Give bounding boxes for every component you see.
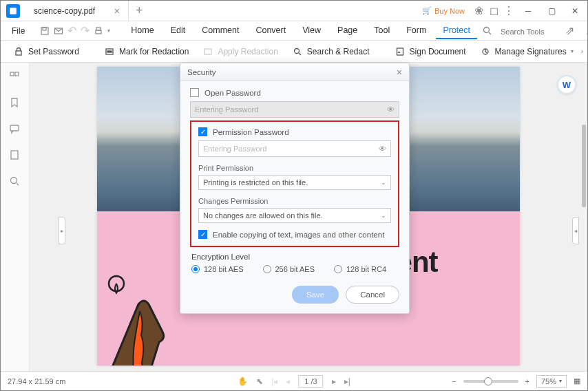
dialog-close-icon[interactable]: ×	[397, 67, 402, 78]
print-icon[interactable]	[94, 24, 103, 38]
redact-mark-icon	[104, 46, 115, 57]
mark-redaction-label: Mark for Redaction	[119, 47, 189, 56]
buy-now-button[interactable]: 🛒 Buy Now	[418, 6, 469, 15]
title-bar: science-copy.pdf × + 🛒 Buy Now ❀ ◻ ⋮ ─ ▢…	[1, 1, 587, 21]
thumbnails-icon[interactable]	[9, 71, 21, 83]
search-redact-label: Search & Redact	[307, 47, 370, 56]
zoom-thumb[interactable]	[484, 377, 492, 385]
search-redact-button[interactable]: Search & Redact	[288, 43, 374, 60]
open-password-field: Entering Password 👁	[190, 101, 399, 118]
search-input[interactable]	[501, 28, 556, 36]
menu-view[interactable]: View	[295, 23, 328, 39]
menu-home[interactable]: Home	[124, 23, 160, 39]
menu-form[interactable]: Form	[399, 23, 433, 39]
radio-128-aes[interactable]: 128 bit AES	[191, 265, 244, 273]
notification-icon[interactable]: ◻	[488, 6, 499, 17]
fit-page-icon[interactable]: ▦	[574, 377, 580, 385]
bookmark-icon[interactable]	[9, 97, 21, 109]
svg-rect-9	[107, 51, 112, 52]
zoom-out-icon[interactable]: −	[452, 377, 456, 385]
manage-signatures-button[interactable]: Manage Signatures ▾	[476, 43, 578, 60]
print-permission-value: Printing is restricted on this file.	[203, 178, 308, 187]
mail-icon[interactable]	[54, 24, 63, 38]
svg-rect-0	[10, 8, 17, 14]
gift-icon[interactable]: ❀	[473, 6, 484, 17]
first-page-icon[interactable]: |◂	[271, 377, 277, 386]
expand-left-panel[interactable]: ▸	[59, 217, 65, 244]
page-dimensions: 27.94 x 21.59 cm	[8, 377, 65, 385]
last-page-icon[interactable]: ▸|	[344, 377, 350, 386]
eye-icon[interactable]: 👁	[379, 145, 386, 153]
print-permission-select[interactable]: Printing is restricted on this file. ⌄	[198, 175, 391, 190]
radio-128-rc4[interactable]: 128 bit RC4	[334, 265, 386, 273]
prev-page-icon[interactable]: ◂	[286, 377, 290, 386]
search-tools[interactable]	[501, 25, 556, 37]
svg-rect-15	[10, 72, 14, 76]
redact-apply-icon	[202, 46, 213, 57]
enable-copy-checkbox[interactable]: ✓	[198, 230, 207, 239]
zoom-slider[interactable]	[463, 380, 518, 383]
apply-redaction-button[interactable]: Apply Redaction	[198, 43, 282, 60]
chevron-down-icon: ⌄	[381, 179, 386, 186]
file-menu[interactable]: File	[6, 23, 30, 39]
permission-password-field[interactable]: Entering Password 👁	[198, 140, 391, 157]
menu-convert[interactable]: Convert	[249, 23, 293, 39]
radio-icon	[334, 265, 342, 273]
permission-password-label: Permission Password	[213, 128, 289, 136]
select-tool-icon[interactable]: ⬉	[256, 377, 263, 386]
svg-rect-10	[204, 49, 211, 54]
sign-document-button[interactable]: Sign Document	[390, 43, 470, 60]
set-password-button[interactable]: Set Password	[9, 43, 83, 60]
expand-right-panel[interactable]: ◂	[572, 217, 579, 244]
svg-rect-7	[16, 51, 21, 55]
close-window-button[interactable]: ✕	[565, 4, 585, 18]
changes-permission-select[interactable]: No changes are allowed on this file. ⌄	[198, 208, 391, 223]
search-icon[interactable]	[480, 24, 494, 38]
document-tab[interactable]: science-copy.pdf ×	[25, 1, 129, 21]
toolbar-overflow-icon[interactable]: ›	[581, 47, 583, 55]
menu-page[interactable]: Page	[330, 23, 364, 39]
svg-rect-17	[10, 125, 19, 131]
share-icon[interactable]: ⇗	[563, 24, 576, 38]
menu-comment[interactable]: Comment	[195, 23, 246, 39]
search-panel-icon[interactable]	[9, 176, 21, 188]
hand-tool-icon[interactable]: ✋	[238, 377, 248, 386]
signature-icon	[395, 46, 406, 57]
more-icon[interactable]: ⋮	[503, 6, 514, 17]
app-icon	[6, 4, 20, 18]
menu-edit[interactable]: Edit	[164, 23, 193, 39]
cloud-icon[interactable]: ☁	[585, 24, 588, 38]
convert-to-word-button[interactable]: W	[557, 75, 576, 94]
permission-password-checkbox[interactable]: ✓	[198, 127, 207, 136]
open-password-checkbox[interactable]	[190, 88, 199, 97]
close-tab-icon[interactable]: ×	[114, 6, 120, 17]
save-icon[interactable]	[40, 24, 50, 38]
cancel-button[interactable]: Cancel	[346, 286, 399, 304]
svg-rect-12	[397, 48, 403, 55]
maximize-button[interactable]: ▢	[542, 4, 561, 18]
undo-icon[interactable]: ↶	[67, 24, 76, 38]
zoom-value-select[interactable]: 75%▾	[536, 375, 567, 388]
comment-icon[interactable]	[9, 123, 21, 136]
status-bar: 27.94 x 21.59 cm ✋ ⬉ |◂ ◂ 1 /3 ▸ ▸| − + …	[1, 371, 587, 390]
mark-redaction-button[interactable]: Mark for Redaction	[100, 43, 193, 60]
minimize-button[interactable]: ─	[518, 4, 538, 18]
next-page-icon[interactable]: ▸	[332, 377, 336, 386]
search-redact-icon	[292, 46, 303, 57]
radio-256-aes[interactable]: 256 bit AES	[263, 265, 315, 273]
dialog-header[interactable]: Security ×	[180, 63, 409, 81]
save-button[interactable]: Save	[292, 286, 339, 304]
protect-toolbar: Set Password Mark for Redaction Apply Re…	[1, 41, 587, 63]
zoom-in-icon[interactable]: +	[525, 377, 529, 385]
changes-permission-value: No changes are allowed on this file.	[203, 211, 323, 220]
page-number-input[interactable]: 1 /3	[298, 375, 323, 388]
vertical-scrollbar[interactable]	[582, 125, 586, 207]
svg-point-6	[483, 28, 489, 33]
redo-icon[interactable]: ↷	[81, 24, 90, 38]
menu-tool[interactable]: Tool	[367, 23, 397, 39]
add-tab-button[interactable]: +	[129, 3, 150, 18]
manage-signatures-label: Manage Signatures	[495, 47, 567, 56]
print-dropdown-icon[interactable]: ▾	[107, 24, 110, 38]
attachment-icon[interactable]	[9, 149, 21, 162]
menu-protect[interactable]: Protect	[436, 23, 477, 39]
